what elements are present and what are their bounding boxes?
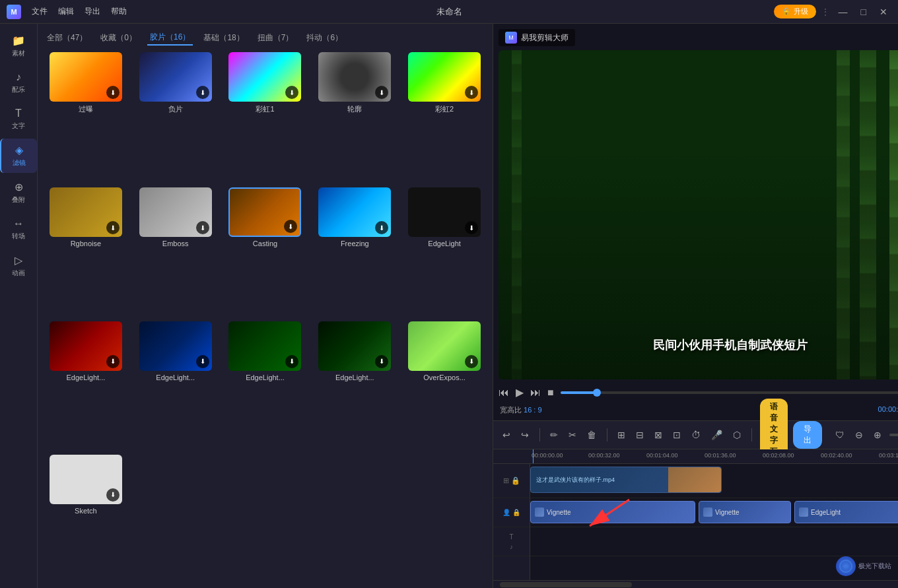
step-back-button[interactable]: ⏮ bbox=[499, 387, 509, 399]
edgelight-clip-icon bbox=[799, 507, 808, 517]
filter-item-edgelight2[interactable]: ⬇ EdgeLight... bbox=[44, 321, 127, 448]
clock-button[interactable]: ⏱ bbox=[689, 428, 703, 441]
filter-item-freezing[interactable]: ⬇ Freezing bbox=[313, 187, 396, 314]
filter-panel: 全部（47） 收藏（0） 胶片（16） 基础（18） 扭曲（7） 抖动（6） ⬇… bbox=[38, 24, 493, 588]
tab-distort[interactable]: 扭曲（7） bbox=[255, 31, 296, 45]
filter-item-rainbow2[interactable]: ⬇ 彩虹2 bbox=[403, 52, 486, 181]
download-btn[interactable]: ⬇ bbox=[375, 221, 388, 234]
filter-clip-vignette2[interactable]: Vignette bbox=[699, 501, 791, 523]
filter-track: Vignette Vignette EdgeLight bbox=[530, 498, 898, 527]
add-music-icon[interactable]: ♪ bbox=[510, 543, 513, 550]
download-btn[interactable]: ⬇ bbox=[106, 221, 120, 234]
download-btn[interactable]: ⬇ bbox=[285, 86, 298, 99]
sidebar-item-text[interactable]: T 文字 bbox=[0, 102, 37, 136]
hscroll-thumb[interactable] bbox=[500, 582, 632, 587]
sidebar-item-transition[interactable]: ↔ 转场 bbox=[0, 212, 37, 246]
mic-button[interactable]: 🎤 bbox=[708, 428, 725, 441]
play-button[interactable]: ▶ bbox=[516, 386, 524, 399]
cut-button[interactable]: ✂ bbox=[566, 428, 579, 441]
shield-button[interactable]: 🛡 bbox=[833, 428, 847, 441]
sidebar-item-overlay[interactable]: ⊕ 叠附 bbox=[0, 176, 37, 210]
maximize-button[interactable]: □ bbox=[857, 5, 870, 18]
download-btn[interactable]: ⬇ bbox=[106, 355, 120, 368]
tab-all[interactable]: 全部（47） bbox=[44, 31, 90, 45]
menu-file[interactable]: 文件 bbox=[32, 6, 48, 17]
zoom-out-button[interactable]: ⊕ bbox=[871, 428, 884, 441]
sidebar-item-material[interactable]: 📁 素材 bbox=[0, 29, 37, 63]
filter-item-negative[interactable]: ⬇ 负片 bbox=[134, 52, 217, 181]
tab-favorites[interactable]: 收藏（0） bbox=[98, 31, 139, 45]
filter-item-edgelight[interactable]: ⬇ EdgeLight bbox=[403, 187, 486, 314]
grid-button[interactable]: ⊠ bbox=[652, 428, 665, 441]
delete-button[interactable]: 🗑 bbox=[584, 428, 599, 441]
filter-item-emboss[interactable]: ⬇ Emboss bbox=[134, 187, 217, 314]
filter-ctrl-2[interactable]: 🔒 bbox=[512, 509, 520, 516]
filter-item-sketch[interactable]: ⬇ Sketch bbox=[44, 455, 127, 581]
filter-item-rainbow1[interactable]: ⬇ 彩虹1 bbox=[224, 52, 307, 181]
zoom-slider[interactable] bbox=[889, 434, 898, 436]
close-button[interactable]: ✕ bbox=[876, 5, 891, 18]
download-btn[interactable]: ⬇ bbox=[196, 86, 209, 99]
filter-item-overexpos2[interactable]: ⬇ OverExpos... bbox=[403, 321, 486, 448]
minimize-button[interactable]: — bbox=[835, 5, 852, 18]
tab-basic[interactable]: 基础（18） bbox=[201, 31, 246, 45]
sidebar-item-animation[interactable]: ▷ 动画 bbox=[0, 249, 37, 283]
split-button[interactable]: ⊟ bbox=[633, 428, 646, 441]
download-btn[interactable]: ⬇ bbox=[375, 355, 388, 368]
tab-film[interactable]: 胶片（16） bbox=[147, 30, 193, 46]
download-btn[interactable]: ⬇ bbox=[465, 86, 478, 99]
video-ctrl-icon[interactable]: ⊞ bbox=[503, 476, 509, 485]
download-btn[interactable]: ⬇ bbox=[106, 86, 120, 99]
filter-thumb-edgelight2: ⬇ bbox=[50, 321, 122, 371]
tab-shake[interactable]: 抖动（6） bbox=[304, 31, 345, 45]
screen-button[interactable]: ⬡ bbox=[730, 428, 743, 441]
progress-knob[interactable] bbox=[593, 389, 601, 397]
download-btn[interactable]: ⬇ bbox=[284, 220, 297, 233]
lock-icon[interactable]: 🔒 bbox=[511, 476, 520, 485]
video-track-controls: ⊞ 🔒 bbox=[493, 464, 530, 498]
time-ruler: 00:00:00.00 00:00:32.00 00:01:04.00 00:0… bbox=[493, 449, 898, 464]
filter-item-overexpose[interactable]: ⬇ 过曝 bbox=[44, 52, 127, 181]
menu-help[interactable]: 帮助 bbox=[111, 6, 127, 17]
minus-circle-button[interactable]: ⊖ bbox=[852, 428, 866, 441]
undo-button[interactable]: ↩ bbox=[500, 428, 513, 441]
horizontal-scrollbar[interactable] bbox=[493, 580, 898, 588]
stop-button[interactable]: ■ bbox=[547, 387, 554, 399]
ruler-mark-4: 00:02:08.00 bbox=[763, 452, 794, 459]
menu-export[interactable]: 导出 bbox=[85, 6, 100, 17]
app-icon: M bbox=[7, 5, 21, 19]
pen-button[interactable]: ✏ bbox=[547, 428, 561, 441]
export-button[interactable]: 导出 bbox=[793, 421, 822, 449]
menu-edit[interactable]: 编辑 bbox=[58, 6, 74, 17]
download-btn[interactable]: ⬇ bbox=[375, 86, 388, 99]
step-forward-button[interactable]: ⏭ bbox=[530, 387, 541, 399]
filter-item-rgbnoise[interactable]: ⬇ Rgbnoise bbox=[44, 187, 127, 314]
download-btn[interactable]: ⬇ bbox=[196, 221, 209, 234]
sidebar-item-filter[interactable]: ◈ 滤镜 bbox=[0, 139, 37, 173]
sidebar-item-music[interactable]: ♪ 配乐 bbox=[0, 66, 37, 100]
progress-bar[interactable] bbox=[561, 391, 898, 394]
video-clip[interactable]: 这才是武侠片该有的样子.mp4 bbox=[530, 467, 722, 493]
animation-icon: ▷ bbox=[15, 254, 22, 267]
layer-button[interactable]: ⊡ bbox=[670, 428, 683, 441]
main-layout: 📁 素材 ♪ 配乐 T 文字 ◈ 滤镜 ⊕ 叠附 ↔ 转场 ▷ 动画 bbox=[0, 24, 898, 588]
download-btn[interactable]: ⬇ bbox=[285, 355, 298, 368]
redo-button[interactable]: ↪ bbox=[518, 428, 532, 441]
upgrade-button[interactable]: 🔒 升级 bbox=[774, 5, 816, 18]
video-thumbnail bbox=[668, 467, 721, 492]
download-btn[interactable]: ⬇ bbox=[106, 488, 120, 502]
filter-clip-edgelight[interactable]: EdgeLight bbox=[794, 501, 898, 523]
filter-item-edgelight4[interactable]: ⬇ EdgeLight... bbox=[224, 321, 307, 448]
filter-item-edgelight3[interactable]: ⬇ EdgeLight... bbox=[134, 321, 217, 448]
add-text-icon[interactable]: T bbox=[509, 533, 513, 540]
download-btn[interactable]: ⬇ bbox=[196, 355, 209, 368]
filter-item-edgelight5[interactable]: ⬇ EdgeLight... bbox=[313, 321, 396, 448]
filter-clip-vignette1[interactable]: Vignette bbox=[530, 501, 695, 523]
crop-button[interactable]: ⊞ bbox=[615, 428, 628, 441]
download-btn[interactable]: ⬇ bbox=[465, 221, 478, 234]
download-btn[interactable]: ⬇ bbox=[465, 355, 478, 368]
filter-item-casting[interactable]: ⬇ Casting bbox=[224, 187, 307, 314]
filter-item-outline[interactable]: ⬇ 轮廓 bbox=[313, 52, 396, 181]
right-toolbar-btns: 🛡 ⊖ ⊕ ⊕ bbox=[833, 428, 898, 441]
filter-ctrl-1[interactable]: 👤 bbox=[502, 509, 510, 516]
